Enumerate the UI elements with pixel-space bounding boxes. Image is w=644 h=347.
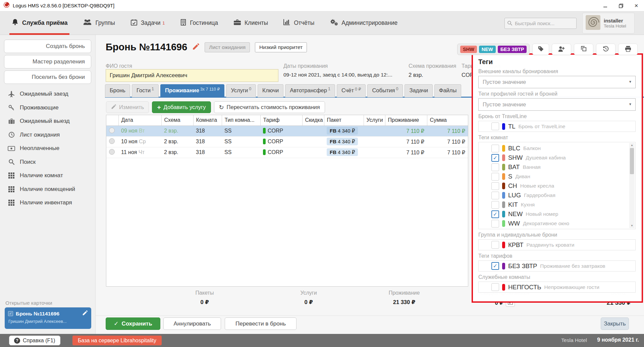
open-card-booking[interactable]: ✓ Бронь №1141696 Гришин Дмитрий Алексеев…: [5, 307, 91, 329]
copy-button[interactable]: [574, 44, 593, 55]
recalc-button[interactable]: ↻ Пересчитать стоимость проживания: [214, 101, 325, 113]
tab-files[interactable]: Файлы: [434, 84, 461, 97]
row-radio[interactable]: [109, 149, 115, 155]
scroll-thumb[interactable]: [630, 148, 634, 174]
tab-events[interactable]: События0: [367, 84, 403, 97]
sidebar-item-inhouse[interactable]: Проживающие: [0, 101, 95, 115]
row-radio[interactable]: [109, 128, 115, 133]
convert-to-booking-button[interactable]: Перевести в бронь: [225, 317, 297, 330]
scrollbar[interactable]: ▲ ▼: [629, 143, 635, 228]
checkbox[interactable]: [491, 154, 499, 162]
checkbox[interactable]: [491, 182, 499, 190]
checkbox[interactable]: [491, 145, 499, 152]
scheme-value[interactable]: 2 взр.: [409, 72, 423, 78]
print-button[interactable]: [618, 44, 638, 55]
tariff-color-bar: [263, 149, 266, 155]
briefcase-icon: [233, 19, 241, 27]
tag-row-kit[interactable]: KIT Кухня: [479, 200, 627, 209]
add-service-button[interactable]: + Добавить услугу: [152, 101, 211, 113]
person-plus-icon: [558, 46, 565, 53]
edit-row-button[interactable]: Изменить: [106, 101, 149, 113]
checkbox[interactable]: [491, 210, 499, 218]
tag-row-nepgost[interactable]: НЕПГОСТЬ Непроживающие гости: [479, 282, 635, 292]
tab-booking[interactable]: Бронь: [105, 84, 130, 97]
tag-row-lug[interactable]: LUG Гардеробная: [479, 191, 627, 200]
checkbox[interactable]: [491, 201, 499, 209]
tab-tasks[interactable]: Задачи: [405, 84, 432, 97]
people-icon: [83, 19, 92, 27]
tab-services[interactable]: Услуги0: [226, 84, 256, 97]
sidebar-item-expected-arrival[interactable]: Ожидаемый заезд: [0, 87, 95, 101]
table-row[interactable]: 10 ноя Ср 2 взр. 318 SS CORP FB4 340 ₽ 7…: [106, 136, 468, 147]
nav-clients[interactable]: Клиенты: [233, 11, 268, 35]
tags-button[interactable]: [532, 44, 549, 55]
nav-front-office[interactable]: Служба приёма: [11, 11, 67, 35]
tab-guests[interactable]: Гости1: [132, 84, 159, 97]
close-panel-button[interactable]: Закрыть: [601, 317, 629, 330]
history-icon: [602, 45, 609, 53]
table-row[interactable]: 09 ноя Вт 2 взр. 318 SS CORP FB4 340 ₽ 7…: [106, 126, 468, 136]
user-profile[interactable]: installer Tesla Hotel: [582, 13, 635, 34]
tag-row-new[interactable]: NEW Новый номер: [479, 209, 627, 219]
checkin-without-booking-button[interactable]: Поселить без брони: [4, 70, 91, 84]
stay-dates-value[interactable]: 09-12 ноя 2021, заезд с 14:00, выезд до …: [283, 72, 392, 78]
statusbar-date: 9 ноября 2021 г.: [597, 337, 639, 343]
scroll-down-icon[interactable]: ▼: [629, 224, 635, 228]
tab-stay[interactable]: Проживание3x 7 110 ₽: [160, 84, 225, 97]
help-button[interactable]: ? Справка (F1): [9, 336, 60, 345]
sidebar-item-room-availability[interactable]: Наличие комнат: [0, 169, 95, 183]
tag-row-krvt[interactable]: КРВТ Раздвинуть кровати: [479, 240, 635, 250]
database-server-button[interactable]: База на сервере Librahospitality: [72, 336, 162, 345]
checkbox[interactable]: [491, 220, 499, 228]
guest-name-field[interactable]: Гришин Дмитрий Алексеевич: [106, 69, 278, 82]
checkbox[interactable]: [491, 192, 499, 199]
tag-row-s[interactable]: S Диван: [479, 172, 627, 181]
nav-groups[interactable]: Группы: [83, 11, 115, 35]
checkbox[interactable]: [491, 173, 499, 181]
sidebar-item-space-availability[interactable]: Наличие помещений: [0, 183, 95, 196]
grid-icon: [7, 186, 15, 192]
search-input[interactable]: [504, 18, 577, 29]
booking-tag-badges[interactable]: SHW NEW БЕЗ ЗВТР: [457, 44, 530, 55]
tag-row-blc[interactable]: BLC Балкон: [479, 144, 627, 153]
restore-button[interactable]: [613, 0, 629, 11]
sidebar-item-unpaid[interactable]: Неоплаченные: [0, 142, 95, 155]
sidebar-item-waiting-list[interactable]: Лист ожидания: [0, 128, 95, 142]
sidebar-item-search[interactable]: Поиск: [0, 155, 95, 169]
external-channels-select[interactable]: Пустое значение ▼: [478, 76, 636, 88]
minimize-button[interactable]: [598, 0, 613, 11]
edit-title-pencil-icon[interactable]: [192, 43, 200, 52]
nav-tasks[interactable]: Задачи1: [130, 11, 165, 35]
create-booking-button[interactable]: Создать бронь: [4, 40, 91, 53]
tag-row-bat[interactable]: BAT Ванная: [479, 162, 627, 172]
tab-transfer[interactable]: Автотрансфер1: [285, 84, 335, 97]
tag-row-shw[interactable]: SHW Душевая кабина: [479, 153, 627, 162]
annul-button[interactable]: Аннулировать: [163, 317, 221, 330]
pencil-icon[interactable]: [82, 310, 88, 317]
tag-row-tl[interactable]: TL Бронь от TravelLine: [479, 121, 635, 132]
scroll-up-icon[interactable]: ▲: [629, 143, 635, 148]
nav-reports[interactable]: Отчёты: [283, 11, 314, 35]
sidebar-item-inventory-availability[interactable]: Наличие инвентаря: [0, 196, 95, 210]
history-button[interactable]: [596, 44, 615, 55]
add-guest-button[interactable]: [552, 44, 571, 55]
tag-row-ww[interactable]: WW Декоративное окно: [479, 219, 627, 228]
checkbox[interactable]: [491, 163, 499, 171]
nav-hotel[interactable]: Гостиница: [180, 11, 218, 35]
profile-tags-select[interactable]: Пустое значение ▼: [478, 98, 636, 111]
nav-administration[interactable]: Администрирование: [330, 11, 397, 35]
checkbox[interactable]: [491, 241, 499, 249]
row-radio[interactable]: [109, 138, 115, 144]
checkbox[interactable]: [491, 283, 499, 291]
tag-row-ch[interactable]: CH Новые кресла: [479, 181, 627, 191]
table-row[interactable]: 11 ноя Чт 2 взр. 318 SS CORP FB4 340 ₽ 7…: [106, 147, 468, 158]
tag-row-bez-zvtr[interactable]: БЕЗ ЗВТР Проживание без завтраков: [479, 261, 635, 271]
tab-keys[interactable]: Ключи: [258, 84, 283, 97]
tab-invoice[interactable]: Счёт0 ₽: [337, 84, 366, 97]
checkbox[interactable]: [491, 262, 499, 270]
save-button[interactable]: ✓Сохранить: [106, 317, 160, 330]
sidebar-item-expected-departure[interactable]: Ожидаемый выезд: [0, 114, 95, 128]
close-button[interactable]: ×: [629, 0, 644, 11]
split-wizard-button[interactable]: Мастер разделения: [4, 55, 91, 68]
checkbox[interactable]: [491, 122, 499, 130]
